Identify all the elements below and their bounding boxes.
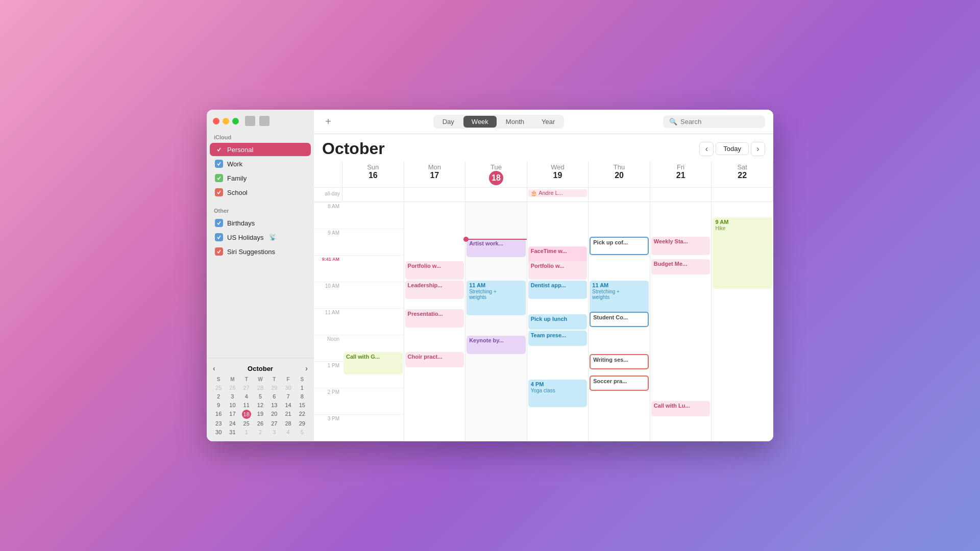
mini-cal-day[interactable]: 27 [267,419,281,428]
event-budget-me[interactable]: Budget Me... [651,259,710,274]
sidebar-item-birthdays[interactable]: Birthdays [210,216,311,230]
mini-cal-day[interactable]: 30 [212,428,225,436]
mini-cal-day[interactable]: 5 [254,392,267,400]
event-pick-up-cof[interactable]: Pick up cof... [590,237,649,255]
event-pick-up-lunch[interactable]: Pick up lunch [528,314,587,330]
view-week-button[interactable]: Week [463,116,497,128]
event-dentist[interactable]: Dentist app... [528,281,587,299]
mini-cal-day[interactable]: 31 [226,428,239,436]
day-col-mon17[interactable]: Portfolio w... Leadership... Presentatio… [404,202,466,441]
mini-cal-today[interactable]: 18 [242,410,251,419]
event-portfolio-mon[interactable]: Portfolio w... [405,261,464,280]
view-year-button[interactable]: Year [533,116,563,128]
event-team-prese[interactable]: Team prese... [528,331,587,346]
mini-cal-prev[interactable]: ‹ [213,364,215,372]
mini-cal-day[interactable]: 22 [296,410,309,419]
event-leadership[interactable]: Leadership... [405,281,464,299]
day-header-sun16[interactable]: Sun 16 [342,161,404,187]
day-header-thu20[interactable]: Thu 20 [589,161,650,187]
event-choir[interactable]: Choir pract... [405,352,464,367]
day-header-tue18[interactable]: Tue 18 [465,161,527,187]
mini-cal-day[interactable]: 10 [226,401,239,409]
mini-cal-day[interactable]: 14 [281,401,295,409]
mini-cal-next[interactable]: › [305,364,308,372]
sidebar-toggle-icon[interactable] [245,116,255,126]
mini-cal-day[interactable]: 11 [240,401,253,409]
day-header-wed19[interactable]: Wed 19 [527,161,589,187]
sidebar-item-us-holidays[interactable]: US Holidays 📡 [210,231,311,244]
close-button[interactable] [213,118,219,124]
event-weekly-sta[interactable]: Weekly Sta... [651,237,710,255]
mini-cal-day[interactable]: 3 [267,428,281,436]
event-keynote[interactable]: Keynote by... [467,336,526,354]
minimize-button[interactable] [223,118,229,124]
day-header-fri21[interactable]: Fri 21 [650,161,712,187]
day-col-wed19[interactable]: FaceTime w... Portfolio w... Dentist app… [527,202,589,441]
event-presentation[interactable]: Presentatio... [405,309,464,328]
mini-cal-day[interactable]: 3 [226,392,239,400]
mini-cal-day[interactable]: 7 [281,392,295,400]
mini-cal-day[interactable]: 2 [254,428,267,436]
event-portfolio-wed[interactable]: Portfolio w... [528,261,587,280]
event-call-with-g[interactable]: Call with G... [344,352,403,374]
mini-cal-day[interactable]: 15 [296,401,309,409]
view-month-button[interactable]: Month [498,116,532,128]
sidebar-item-school[interactable]: School [210,186,311,199]
mini-cal-day[interactable]: 19 [254,410,267,419]
event-yoga[interactable]: 4 PM Yoga class [528,380,587,407]
event-hike[interactable]: 9 AM Hike [713,217,772,289]
search-box[interactable]: 🔍 [663,115,765,128]
event-soccer[interactable]: Soccer pra... [590,375,649,391]
event-student-co[interactable]: Student Co... [590,312,649,327]
day-col-thu20[interactable]: Pick up cof... 11 AM Stretching +weights… [589,202,650,441]
sidebar-item-personal[interactable]: Personal [210,143,311,156]
day-col-tue18[interactable]: Artist work... 11 AM Stretching +weights… [465,202,527,441]
mini-cal-day[interactable]: 5 [296,428,309,436]
mini-cal-day[interactable]: 9 [212,401,225,409]
mini-cal-day[interactable]: 25 [240,419,253,428]
sidebar-item-family[interactable]: Family [210,171,311,185]
prev-button[interactable]: ‹ [699,142,714,156]
event-artist-work[interactable]: Artist work... [467,239,526,257]
mini-cal-day[interactable]: 6 [267,392,281,400]
next-button[interactable]: › [751,142,765,156]
add-event-button[interactable]: + [322,116,334,128]
maximize-button[interactable] [232,118,239,124]
mini-cal-day[interactable]: 25 [212,384,225,392]
event-writing-ses[interactable]: Writing ses... [590,354,649,369]
day-col-sat22[interactable]: 9 AM Hike [712,202,773,441]
mini-cal-day[interactable]: 2 [212,392,225,400]
mini-cal-day[interactable]: 1 [296,384,309,392]
event-11am-stretching-thu[interactable]: 11 AM Stretching +weights [590,281,649,315]
mini-cal-day[interactable]: 13 [267,401,281,409]
mini-cal-day[interactable]: 4 [240,392,253,400]
day-header-mon17[interactable]: Mon 17 [404,161,466,187]
mini-cal-day[interactable]: 20 [267,410,281,419]
mini-cal-day[interactable]: 30 [281,384,295,392]
mini-cal-day[interactable]: 8 [296,392,309,400]
mini-cal-day[interactable]: 4 [281,428,295,436]
mini-cal-day[interactable]: 21 [281,410,295,419]
mini-cal-day[interactable]: 23 [212,419,225,428]
mini-cal-day[interactable]: 12 [254,401,267,409]
mini-cal-day[interactable]: 28 [281,419,295,428]
mini-cal-day[interactable]: 29 [267,384,281,392]
mini-cal-day[interactable]: 17 [226,410,239,419]
day-col-sun16[interactable]: Call with G... [342,202,404,441]
mini-cal-day[interactable]: 26 [226,384,239,392]
event-call-with-lu[interactable]: Call with Lu... [651,401,710,416]
mini-cal-day[interactable]: 24 [226,419,239,428]
view-day-button[interactable]: Day [434,116,462,128]
mini-cal-day[interactable]: 1 [240,428,253,436]
sidebar-item-work[interactable]: Work [210,157,311,170]
allday-wed[interactable]: 🎂 Andre L... [527,188,589,202]
day-header-sat22[interactable]: Sat 22 [712,161,773,187]
event-11am-stretching-tue[interactable]: 11 AM Stretching +weights [467,281,526,315]
mini-cal-day[interactable]: 29 [296,419,309,428]
mini-cal-day[interactable]: 26 [254,419,267,428]
allday-event-andre[interactable]: 🎂 Andre L... [528,189,587,197]
today-button[interactable]: Today [716,142,749,155]
search-input[interactable] [680,118,742,126]
day-col-fri21[interactable]: Weekly Sta... Budget Me... Call with Lu.… [650,202,712,441]
mini-cal-day[interactable]: 28 [254,384,267,392]
